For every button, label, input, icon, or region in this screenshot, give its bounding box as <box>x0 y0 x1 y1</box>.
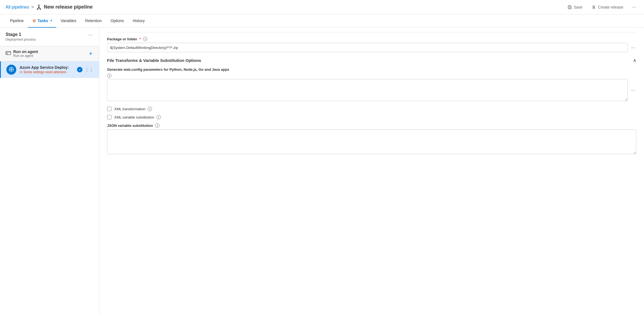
xml-transformation-label-row: XML transformation i <box>114 107 152 111</box>
svg-rect-14 <box>6 54 8 54</box>
json-variable-substitution-label: JSON variable substitution <box>107 124 153 128</box>
required-indicator: * <box>139 37 141 41</box>
add-task-button[interactable]: + <box>88 50 94 57</box>
task-item-right: ✓ ⋮⋮ <box>77 67 94 72</box>
task-check-icon: ✓ <box>77 67 83 72</box>
package-folder-input-row: ··· <box>107 43 636 52</box>
xml-variable-substitution-label: XML variable substitution <box>114 115 154 119</box>
xml-variable-substitution-info-icon[interactable]: i <box>156 115 161 119</box>
generate-webconfig-group: Generate web.config parameters for Pytho… <box>107 67 636 101</box>
generate-webconfig-more-button[interactable]: ··· <box>630 87 636 93</box>
run-on-agent-title: Run on agent <box>13 49 38 54</box>
tab-variables-label: Variables <box>61 19 76 23</box>
tab-retention-label: Retention <box>85 19 102 23</box>
task-warning-text: Some settings need attention <box>23 70 66 74</box>
file-transforms-section: File Transforms & Variable Substitution … <box>107 58 636 155</box>
xml-transformation-row: XML transformation i <box>107 107 636 111</box>
tab-options-label: Options <box>111 19 124 23</box>
right-panel: Package or folder * i ··· File Transform… <box>99 28 644 315</box>
run-on-agent-icon <box>6 51 11 57</box>
save-label: Save <box>574 5 582 9</box>
rocket-icon <box>591 5 596 10</box>
xml-transformation-label: XML transformation <box>114 107 145 111</box>
run-on-agent-left: Run on agent Run on agent <box>6 49 38 58</box>
xml-variable-substitution-label-row: XML variable substitution i <box>114 115 161 119</box>
tab-retention[interactable]: Retention <box>81 14 106 28</box>
azure-app-service-icon <box>6 65 16 75</box>
generate-webconfig-label: Generate web.config parameters for Pytho… <box>107 67 229 72</box>
save-button[interactable]: Save <box>565 4 585 11</box>
package-folder-label-text: Package or folder <box>107 37 137 41</box>
stage-title: Stage 1 <box>6 32 36 37</box>
generate-webconfig-label-row: Generate web.config parameters for Pytho… <box>107 67 636 72</box>
svg-rect-8 <box>569 7 571 9</box>
svg-rect-0 <box>38 5 39 6</box>
run-on-agent-subtitle: Run on agent <box>13 54 38 58</box>
tab-variables[interactable]: Variables <box>56 14 81 28</box>
xml-variable-substitution-row: XML variable substitution i <box>107 115 636 119</box>
nav-tabs: Pipeline ⊙ Tasks ▾ Variables Retention O… <box>0 14 644 28</box>
tab-history-label: History <box>133 19 145 23</box>
header-actions: Save Create release ··· <box>565 3 638 11</box>
task-warning: ⊙ Some settings need attention <box>20 70 69 74</box>
stage-header: Stage 1 Deployment process ··· <box>0 28 99 46</box>
page-title: New release pipeline <box>44 4 93 10</box>
main-content: Stage 1 Deployment process ··· Run on ag… <box>0 28 644 315</box>
json-variable-substitution-info-icon[interactable]: i <box>155 123 159 128</box>
package-folder-input[interactable] <box>107 43 628 52</box>
save-icon <box>568 5 572 9</box>
breadcrumb-area: All pipelines > New release pipeline <box>6 4 93 10</box>
generate-webconfig-input-row: ··· <box>107 79 636 101</box>
create-release-label: Create release <box>598 5 623 9</box>
package-folder-more-button[interactable]: ··· <box>630 45 636 51</box>
pipeline-icon <box>36 4 42 10</box>
tab-pipeline-label: Pipeline <box>10 19 24 23</box>
generate-webconfig-input[interactable] <box>107 79 628 101</box>
task-info: Azure App Service Deploy: ⊙ Some setting… <box>20 65 69 74</box>
xml-transformation-info-icon[interactable]: i <box>148 107 152 111</box>
json-variable-substitution-label-row: JSON variable substitution i <box>107 123 636 128</box>
left-panel: Stage 1 Deployment process ··· Run on ag… <box>0 28 99 315</box>
package-folder-info-icon[interactable]: i <box>143 37 147 41</box>
breadcrumb-separator: > <box>31 5 34 10</box>
run-on-agent-section[interactable]: Run on agent Run on agent + <box>0 46 99 61</box>
create-release-button[interactable]: Create release <box>589 4 626 11</box>
svg-point-10 <box>594 6 594 7</box>
task-title: Azure App Service Deploy: <box>20 65 69 70</box>
stage-info: Stage 1 Deployment process <box>6 32 36 41</box>
generate-webconfig-info-icon[interactable]: i <box>107 74 111 78</box>
xml-variable-substitution-checkbox[interactable] <box>107 115 111 119</box>
tab-history[interactable]: History <box>128 14 149 28</box>
xml-transformation-checkbox[interactable] <box>107 107 111 111</box>
tasks-warning-icon: ⊙ <box>33 19 36 23</box>
svg-rect-9 <box>569 6 570 7</box>
json-variable-substitution-group: JSON variable substitution i <box>107 123 636 155</box>
tab-pipeline[interactable]: Pipeline <box>6 14 28 28</box>
package-folder-group: Package or folder * i ··· <box>107 37 636 52</box>
header-more-icon: ··· <box>632 4 636 10</box>
package-folder-label: Package or folder * i <box>107 37 636 41</box>
app-header: All pipelines > New release pipeline <box>0 0 644 14</box>
tab-tasks[interactable]: ⊙ Tasks ▾ <box>28 14 56 28</box>
azure-task-item[interactable]: Azure App Service Deploy: ⊙ Some setting… <box>0 61 99 78</box>
svg-rect-4 <box>37 9 38 10</box>
json-variable-substitution-input[interactable] <box>107 129 636 154</box>
task-item-left: Azure App Service Deploy: ⊙ Some setting… <box>6 65 69 75</box>
tab-tasks-label: Tasks <box>38 19 48 23</box>
all-pipelines-link[interactable]: All pipelines <box>6 5 29 10</box>
stage-subtitle: Deployment process <box>6 38 36 41</box>
top-divider <box>107 32 636 32</box>
header-more-button[interactable]: ··· <box>630 3 638 11</box>
task-drag-handle[interactable]: ⋮⋮ <box>85 67 94 72</box>
run-on-agent-text: Run on agent Run on agent <box>13 49 38 58</box>
file-transforms-header[interactable]: File Transforms & Variable Substitution … <box>107 58 636 63</box>
collapse-icon: ∧ <box>633 58 636 63</box>
stage-more-button[interactable]: ··· <box>87 32 94 38</box>
svg-rect-13 <box>6 53 7 53</box>
svg-rect-5 <box>40 9 41 10</box>
tab-options[interactable]: Options <box>106 14 128 28</box>
task-warning-icon: ⊙ <box>20 70 22 74</box>
tasks-dropdown-icon: ▾ <box>50 19 52 22</box>
file-transforms-title: File Transforms & Variable Substitution … <box>107 58 201 63</box>
svg-rect-1 <box>38 7 39 8</box>
